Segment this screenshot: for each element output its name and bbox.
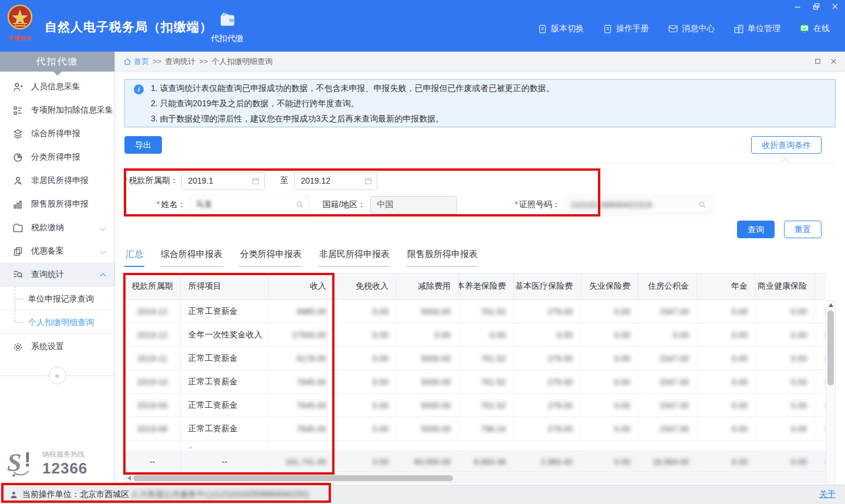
- table-cell: 2019-12: [124, 300, 180, 323]
- horizontal-scrollbar[interactable]: [124, 473, 836, 483]
- chevron-up-icon: [100, 273, 106, 279]
- table-cell: --: [124, 451, 180, 472]
- header-menu-item[interactable]: 消息中心: [668, 23, 715, 34]
- sidebar-subitem[interactable]: 个人扣缴明细查询: [0, 310, 114, 333]
- tab-item[interactable]: 综合所得申报表: [160, 249, 224, 267]
- sidebar-item[interactable]: 优惠备案: [0, 239, 114, 263]
- collapse-query-button[interactable]: 收折查询条件: [751, 136, 822, 154]
- pane-restore-icon[interactable]: [814, 58, 821, 65]
- breadcrumb-home[interactable]: 首页: [123, 56, 149, 67]
- tab-item[interactable]: 分类所得申报表: [239, 249, 303, 267]
- sidebar-item[interactable]: 限售股所得申报: [0, 192, 114, 216]
- table-cell: 2019-12: [124, 323, 180, 346]
- calendar-icon[interactable]: [364, 177, 373, 185]
- mail-icon: [668, 23, 678, 34]
- table-cell: 18,564.00: [638, 451, 697, 472]
- sidebar-item[interactable]: 综合所得申报: [0, 122, 114, 146]
- table-cell: 所得项目: [180, 273, 268, 299]
- table-cell: 2019-11: [124, 347, 180, 370]
- table-cell: 0.00: [697, 370, 755, 393]
- table-row[interactable]: 2019-08正常工资薪金7645.000.005000.00798.24279…: [124, 417, 826, 441]
- search-icon[interactable]: [698, 200, 707, 209]
- table-row[interactable]: 2019-10正常工资薪金7645.000.005000.00761.52279…: [124, 370, 826, 394]
- sidebar-item-settings[interactable]: 系统设置: [0, 334, 114, 360]
- current-unit-label: 当前操作单位：: [22, 489, 80, 500]
- sidebar-item[interactable]: 分类所得申报: [0, 146, 114, 169]
- sidebar-item[interactable]: 非居民所得申报: [0, 169, 114, 192]
- table-cell: 0.00: [755, 394, 814, 417]
- table-cell: 0.00: [580, 451, 638, 472]
- table-cell: 5000.00: [396, 394, 458, 417]
- horizontal-scroll-thumb[interactable]: [133, 475, 453, 481]
- building-icon: [734, 23, 744, 34]
- search-icon[interactable]: [295, 200, 305, 209]
- table-cell: --: [180, 451, 268, 472]
- calendar-icon[interactable]: [251, 177, 260, 185]
- tab-active[interactable]: 汇总: [124, 249, 144, 267]
- table-cell: 0.00: [458, 323, 513, 346]
- sidebar-item[interactable]: 税款缴纳: [0, 216, 114, 239]
- header-menu-item[interactable]: 单位管理: [734, 23, 780, 34]
- sidebar-item[interactable]: 人员信息采集: [0, 75, 114, 99]
- sidebar-collapse-button[interactable]: «: [49, 367, 66, 384]
- person-icon: [12, 175, 23, 187]
- table-cell: 161,741.00: [268, 451, 334, 472]
- table-row[interactable]: 2019-11正常工资薪金9178.000.005000.00761.52279…: [124, 347, 826, 370]
- tab-daikoudaijiao[interactable]: 代扣代缴: [204, 11, 250, 44]
- about-link[interactable]: 关于: [819, 489, 836, 500]
- header-menu-label: 消息中心: [682, 23, 715, 34]
- vertical-scrollbar[interactable]: [826, 300, 836, 485]
- sidebar-item-label: 税款缴纳: [31, 222, 64, 233]
- table-row[interactable]: 2019-12正常工资薪金9985.000.005000.00761.52279…: [124, 300, 826, 323]
- export-button[interactable]: 导出: [124, 136, 162, 154]
- tab-item[interactable]: 非居民所得申报表: [318, 249, 391, 267]
- folder-icon: [12, 222, 23, 234]
- online-icon: [799, 23, 810, 34]
- table-cell: 761.52: [458, 394, 513, 417]
- table-cell: 0.00: [580, 323, 638, 346]
- scroll-up-icon[interactable]: [829, 303, 833, 307]
- pane-close-icon[interactable]: [830, 58, 837, 65]
- tab-item[interactable]: 限售股所得申报表: [406, 249, 479, 267]
- vertical-scroll-thumb[interactable]: [827, 310, 834, 385]
- table-cell: 9178.00: [268, 347, 334, 370]
- app-window: 中国税务 自然人电子税务局（扣缴端） 代扣代缴 版本切换操作手册消息中心单位管理…: [0, 0, 845, 504]
- reset-button[interactable]: 重置: [784, 221, 822, 238]
- home-icon: [123, 57, 131, 66]
- table-cell: 761.52: [458, 370, 513, 393]
- search-list-icon: [12, 269, 23, 280]
- table-row[interactable]: 2019-09正常工资薪金7645.000.005000.00761.52279…: [124, 394, 826, 417]
- sidebar-item[interactable]: 查询统计: [0, 263, 114, 286]
- sidebar-item[interactable]: 专项附加扣除信息采集: [0, 99, 114, 122]
- id-number-input[interactable]: [564, 196, 712, 214]
- current-unit-clear: 北京市西城区: [80, 489, 129, 500]
- query-actions: 查询 重置: [124, 221, 836, 238]
- minimize-icon[interactable]: [793, 2, 802, 11]
- table-cell: 2019-09: [124, 394, 180, 417]
- header-menu-label: 单位管理: [748, 23, 780, 34]
- breadcrumb-item-query-stats[interactable]: 查询统计: [165, 56, 195, 67]
- id-number-label: 证照号码：: [519, 199, 560, 209]
- table-cell: 正常工资薪金: [180, 300, 268, 323]
- header-menu-item[interactable]: 版本切换: [538, 23, 584, 34]
- table-cell: 0.00: [755, 347, 814, 370]
- nationality-input: [370, 196, 457, 214]
- table-cell: 7645.00: [268, 370, 334, 393]
- table-row[interactable]: 2019-12全年一次性奖金收入27500.000.000.000.000.00…: [124, 323, 826, 347]
- search-button[interactable]: 查询: [737, 221, 775, 238]
- period-label: 税款所属期：: [129, 175, 178, 185]
- notice-box: 1. 该查询统计表仅能查询已申报成功的数据，不包含未申报、申报失败，已申报但已作…: [124, 79, 836, 127]
- notice-line: 1. 该查询统计表仅能查询已申报成功的数据，不包含未申报、申报失败，已申报但已作…: [151, 80, 826, 96]
- table-cell: 0.00: [638, 323, 697, 346]
- restore-icon[interactable]: [812, 2, 820, 11]
- header-menu-item[interactable]: 操作手册: [603, 23, 649, 34]
- table-cell: 279.00: [513, 394, 580, 417]
- table-cell: 全年一次性奖金收入: [180, 323, 268, 346]
- scroll-left-icon[interactable]: [127, 476, 131, 481]
- close-icon[interactable]: [831, 2, 839, 11]
- header-menu-label: 在线: [813, 23, 830, 34]
- sidebar-subitem[interactable]: 单位申报记录查询: [0, 286, 114, 310]
- name-input[interactable]: [189, 196, 309, 214]
- header-menu-item[interactable]: 在线: [799, 23, 830, 34]
- chart-icon: [12, 199, 23, 210]
